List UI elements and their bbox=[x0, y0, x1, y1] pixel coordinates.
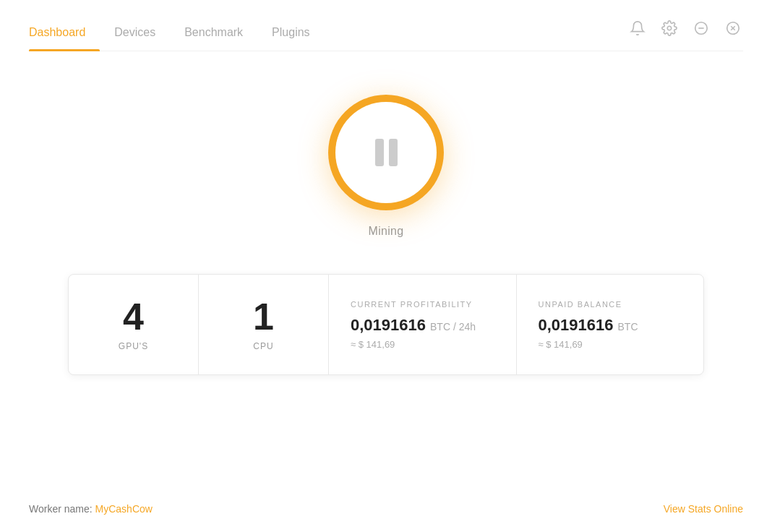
profitability-value-row: 0,0191616 BTC / 24h bbox=[351, 316, 476, 335]
profitability-stat: CURRENT PROFITABILITY 0,0191616 BTC / 24… bbox=[329, 275, 517, 374]
main-content: Mining 4 GPU'S 1 CPU CURRENT PROFITABILI… bbox=[29, 51, 743, 486]
balance-sub: ≈ $ 141,69 bbox=[539, 339, 583, 350]
header: Dashboard Devices Benchmark Plugins bbox=[29, 0, 743, 51]
cpu-stat: 1 CPU bbox=[199, 275, 329, 374]
tab-benchmark[interactable]: Benchmark bbox=[170, 14, 257, 51]
mining-label: Mining bbox=[369, 225, 404, 238]
tab-dashboard[interactable]: Dashboard bbox=[29, 14, 100, 51]
worker-prefix: Worker name: bbox=[29, 503, 95, 515]
worker-info: Worker name: MyCashCow bbox=[29, 503, 153, 515]
view-stats-link[interactable]: View Stats Online bbox=[664, 503, 743, 515]
gpus-label: GPU'S bbox=[119, 341, 148, 351]
nav-tabs: Dashboard Devices Benchmark Plugins bbox=[29, 14, 325, 51]
profitability-section-label: CURRENT PROFITABILITY bbox=[351, 300, 473, 309]
pause-bar-right bbox=[389, 139, 398, 166]
profitability-value: 0,0191616 bbox=[351, 316, 426, 335]
app-container: Dashboard Devices Benchmark Plugins bbox=[0, 0, 772, 532]
worker-name: MyCashCow bbox=[95, 503, 153, 515]
mining-section: Mining bbox=[328, 95, 444, 238]
cpu-value: 1 bbox=[253, 298, 274, 335]
mining-toggle-button[interactable] bbox=[328, 95, 444, 210]
balance-value-row: 0,0191616 BTC bbox=[539, 316, 638, 335]
svg-point-0 bbox=[667, 26, 672, 30]
header-actions bbox=[627, 18, 743, 47]
mining-button-wrapper bbox=[328, 95, 444, 210]
balance-unit: BTC bbox=[618, 321, 638, 332]
pause-bar-left bbox=[375, 139, 384, 166]
profitability-sub: ≈ $ 141,69 bbox=[351, 339, 395, 350]
close-icon[interactable] bbox=[723, 18, 743, 38]
balance-value: 0,0191616 bbox=[539, 316, 614, 335]
balance-section-label: UNPAID BALANCE bbox=[539, 300, 622, 309]
minimize-icon[interactable] bbox=[691, 18, 711, 38]
notification-icon[interactable] bbox=[627, 18, 648, 38]
gpus-value: 4 bbox=[123, 298, 144, 335]
gpus-stat: 4 GPU'S bbox=[69, 275, 199, 374]
cpu-label: CPU bbox=[253, 341, 273, 351]
balance-stat: UNPAID BALANCE 0,0191616 BTC ≈ $ 141,69 bbox=[517, 275, 704, 374]
footer: Worker name: MyCashCow View Stats Online bbox=[29, 486, 743, 532]
tab-devices[interactable]: Devices bbox=[100, 14, 170, 51]
stats-card: 4 GPU'S 1 CPU CURRENT PROFITABILITY 0,01… bbox=[68, 274, 704, 375]
pause-bars bbox=[375, 139, 398, 166]
pause-icon bbox=[375, 139, 398, 166]
tab-plugins[interactable]: Plugins bbox=[257, 14, 324, 51]
profitability-unit: BTC / 24h bbox=[430, 321, 476, 332]
settings-icon[interactable] bbox=[659, 18, 679, 38]
